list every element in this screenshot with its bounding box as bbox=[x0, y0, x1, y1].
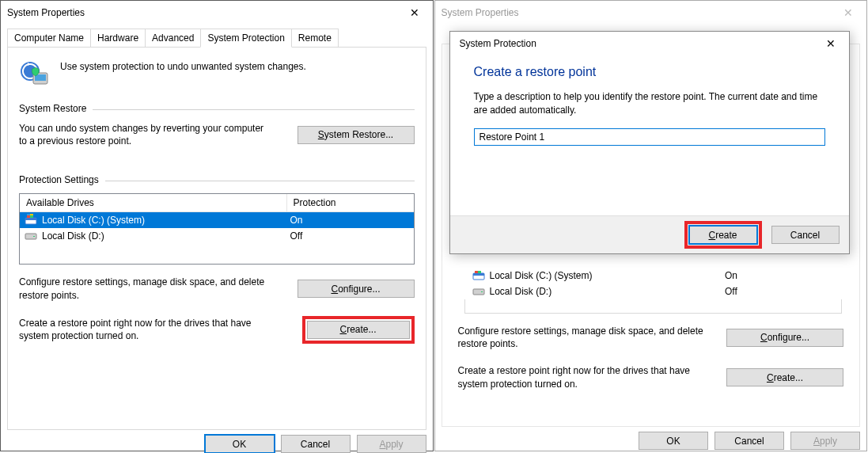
dialog-footer: OK Cancel Apply bbox=[1, 435, 426, 453]
group-protection-settings: Protection Settings bbox=[19, 174, 415, 185]
drive-name: Local Disk (D:) bbox=[42, 230, 290, 242]
modal-title: System Protection bbox=[460, 38, 813, 49]
system-restore-button[interactable]: System Restore... bbox=[298, 126, 415, 144]
modal-heading: Create a restore point bbox=[474, 65, 825, 79]
modal-footer: Create Cancel bbox=[450, 215, 849, 253]
list-row[interactable]: Local Disk (D:) Off bbox=[20, 228, 414, 244]
drives-list-partial: Local Disk (C:) (System) On Local Disk (… bbox=[453, 268, 849, 314]
window-title: System Properties bbox=[442, 7, 831, 18]
drive-icon bbox=[25, 214, 37, 226]
tab-hardware[interactable]: Hardware bbox=[90, 29, 146, 48]
drive-protection: Off bbox=[290, 230, 409, 242]
cancel-button[interactable]: Cancel bbox=[714, 432, 784, 450]
create-button[interactable]: Create... bbox=[307, 321, 410, 339]
configure-button[interactable]: Configure... bbox=[726, 329, 843, 347]
drive-protection: On bbox=[725, 270, 843, 281]
tab-computer-name[interactable]: Computer Name bbox=[7, 29, 91, 48]
group-label: Protection Settings bbox=[19, 174, 99, 185]
tab-system-protection[interactable]: System Protection bbox=[200, 29, 291, 48]
apply-button[interactable]: Apply bbox=[357, 435, 426, 453]
drive-name: Local Disk (D:) bbox=[490, 286, 726, 297]
tabstrip: Computer Name Hardware Advanced System P… bbox=[7, 28, 426, 47]
modal-cancel-button[interactable]: Cancel bbox=[771, 226, 840, 244]
svg-rect-14 bbox=[478, 271, 481, 273]
tab-advanced[interactable]: Advanced bbox=[145, 29, 201, 48]
drive-icon bbox=[472, 285, 485, 298]
highlight-box: Create... bbox=[302, 316, 415, 344]
ok-button[interactable]: OK bbox=[639, 432, 708, 450]
column-drives[interactable]: Available Drives bbox=[20, 194, 287, 211]
modal-create-button[interactable]: Create bbox=[689, 226, 757, 244]
svg-rect-13 bbox=[475, 271, 478, 273]
svg-rect-5 bbox=[27, 215, 30, 218]
window-title: System Properties bbox=[7, 7, 396, 18]
list-row[interactable]: Local Disk (C:) (System) On bbox=[20, 212, 414, 228]
close-icon[interactable]: ✕ bbox=[396, 1, 433, 25]
configure-description: Configure restore settings, manage disk … bbox=[19, 276, 298, 301]
svg-rect-7 bbox=[27, 214, 30, 215]
create-restore-point-dialog: System Protection ✕ Create a restore poi… bbox=[449, 31, 850, 254]
create-description: Create a restore point right now for the… bbox=[458, 364, 727, 390]
list-row[interactable]: Local Disk (C:) (System) On bbox=[461, 268, 849, 284]
svg-rect-4 bbox=[25, 218, 36, 220]
drive-icon bbox=[25, 230, 37, 242]
drives-list[interactable]: Available Drives Protection Local Disk (… bbox=[19, 193, 415, 265]
svg-rect-8 bbox=[30, 214, 33, 215]
close-icon[interactable]: ✕ bbox=[830, 1, 866, 25]
titlebar: System Properties ✕ bbox=[435, 1, 867, 25]
svg-rect-12 bbox=[473, 273, 484, 276]
modal-description: Type a description to help you identify … bbox=[474, 90, 825, 117]
cancel-button[interactable]: Cancel bbox=[281, 435, 351, 453]
system-properties-window-right: System Properties ✕ Local Disk (C:) (Sys… bbox=[434, 0, 868, 451]
drive-name: Local Disk (C:) (System) bbox=[490, 270, 726, 281]
column-protection[interactable]: Protection bbox=[287, 194, 414, 211]
create-description: Create a restore point right now for the… bbox=[19, 317, 298, 342]
list-row[interactable]: Local Disk (D:) Off bbox=[461, 284, 849, 299]
drive-protection: Off bbox=[725, 286, 843, 297]
system-protection-icon bbox=[19, 59, 49, 89]
list-header: Available Drives Protection bbox=[20, 194, 414, 212]
divider bbox=[105, 181, 415, 181]
ok-button[interactable]: OK bbox=[205, 435, 275, 453]
group-label: System Restore bbox=[19, 103, 86, 114]
group-system-restore: System Restore bbox=[19, 103, 415, 114]
restore-description: You can undo system changes by reverting… bbox=[19, 122, 266, 147]
highlight-box: Create bbox=[684, 221, 762, 249]
create-button[interactable]: Create... bbox=[726, 368, 843, 386]
drive-icon bbox=[472, 269, 485, 282]
divider bbox=[93, 109, 414, 110]
apply-button[interactable]: Apply bbox=[790, 432, 860, 450]
tab-remote[interactable]: Remote bbox=[291, 29, 339, 48]
drive-name: Local Disk (C:) (System) bbox=[42, 215, 290, 226]
close-icon[interactable]: ✕ bbox=[813, 32, 849, 55]
intro-text: Use system protection to undo unwanted s… bbox=[60, 59, 306, 73]
drive-protection: On bbox=[290, 215, 409, 226]
system-properties-window-left: System Properties ✕ Computer Name Hardwa… bbox=[0, 0, 434, 451]
configure-button[interactable]: Configure... bbox=[298, 280, 415, 298]
svg-rect-10 bbox=[33, 236, 35, 237]
titlebar: System Properties ✕ bbox=[1, 1, 433, 25]
modal-titlebar: System Protection ✕ bbox=[450, 32, 849, 55]
configure-description: Configure restore settings, manage disk … bbox=[458, 325, 727, 350]
tab-panel-system-protection: Use system protection to undo unwanted s… bbox=[7, 47, 426, 430]
dialog-footer: OK Cancel Apply bbox=[435, 432, 861, 450]
restore-point-name-input[interactable] bbox=[474, 128, 825, 146]
svg-rect-6 bbox=[30, 215, 33, 218]
svg-rect-16 bbox=[481, 291, 483, 292]
